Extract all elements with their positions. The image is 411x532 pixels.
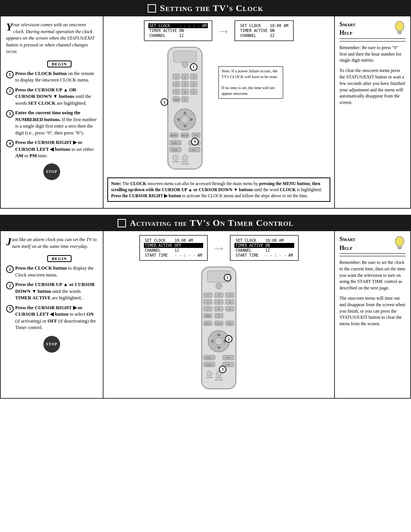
screen1-row1: SET CLOCK - - : - - AM	[148, 23, 208, 28]
svg-point-30	[181, 116, 189, 123]
screen2-row1: SET CLOCK 10:00 AM	[239, 23, 289, 28]
section2-left-panel: J ust like an alarm clock you can set th…	[1, 231, 104, 398]
svg-text:1: 1	[175, 75, 177, 78]
section1-begin-badge: BEGIN	[47, 61, 72, 67]
note-text2: If no time is set, the time will not app…	[221, 85, 280, 96]
s2-screens-arrow: →	[212, 240, 226, 256]
section2-header: Activating the TV's On Timer Control	[0, 215, 411, 231]
svg-text:MENU: MENU	[170, 134, 177, 137]
screen1-r2-value: ON	[178, 28, 208, 33]
svg-text:VOL +: VOL +	[172, 142, 179, 145]
step1-num: 1	[6, 71, 14, 78]
screen1-row3: CHANNEL 12	[148, 33, 208, 38]
section1-screen1: SET CLOCK - - : - - AM TIMER ACTIVE ON C…	[144, 20, 213, 41]
svg-text:MUTE: MUTE	[182, 134, 188, 137]
svg-rect-53	[398, 33, 401, 34]
lightbulb-icon	[393, 21, 406, 36]
svg-text:STATUS: STATUS	[215, 323, 222, 325]
s2-s1-r1-label: SET CLOCK	[144, 238, 174, 243]
svg-line-56	[404, 23, 405, 24]
svg-text:8: 8	[218, 308, 220, 311]
section1-screen2: SET CLOCK 10:00 AM TIMER ACTIVE ON CHANN…	[234, 20, 294, 41]
svg-text:CH -: CH -	[192, 149, 197, 152]
s2-s1-r4-label: START TIME	[144, 253, 174, 258]
svg-text:5: 5	[218, 301, 220, 304]
svg-text:2: 2	[184, 75, 186, 78]
s2-remote-step3-circle: 3	[219, 366, 226, 373]
step1-text: Press the CLOCK button on the remote to …	[15, 70, 97, 84]
svg-text:4: 4	[175, 83, 177, 86]
section2-step2: 2 Press the CURSOR UP ▲ or CURSOR DOWN ▼…	[6, 281, 97, 302]
section1-dropcap: Y	[6, 22, 13, 32]
svg-line-114	[394, 238, 395, 239]
svg-rect-112	[398, 248, 401, 249]
section2-middle: SET CLOCK 10:00 AM TIMER ACTIVE OFF CHAN…	[104, 231, 334, 398]
screen1-r3-value: 12	[178, 33, 208, 38]
section2-header-square	[118, 219, 126, 227]
step4-text: Press the CURSOR RIGHT ▶ or CURSOR LEFT …	[15, 139, 97, 160]
s2-screen2-row1: SET CLOCK 10:00 AM	[234, 238, 294, 243]
section2-step3: 3 Press the CURSOR RIGHT ▶ or CURSOR LEF…	[6, 305, 97, 331]
smart-help-p1: Remember: Be sure to press "0" first and…	[339, 45, 406, 64]
screen1-r3-label: CHANNEL	[148, 33, 178, 38]
svg-text:ADD: ADD	[205, 315, 210, 318]
svg-text:9: 9	[229, 308, 231, 311]
section1-intro: Y our television comes with an onscreen …	[6, 22, 97, 55]
section1-step3: 3 Enter the current time using the NUMBE…	[6, 110, 97, 136]
s2-smart-help-title-line1: Smart	[339, 235, 355, 243]
s2-screen2-row2: TIMER ACTIVE ON	[234, 243, 294, 248]
screen1-row2: TIMER ACTIVE ON	[148, 28, 208, 33]
section2-content: J ust like an alarm clock you can set th…	[0, 231, 411, 399]
note-text: Note: If a power failure occurs, the TV'…	[221, 69, 280, 80]
s2-screen2-row4: START TIME - - : - - AM	[234, 253, 294, 258]
step2-num: 2	[6, 87, 14, 95]
section1-note-box: Note: The CLOCK onscreen menu can also b…	[107, 177, 330, 202]
svg-point-45	[173, 155, 178, 160]
s2-step1-text: Press the CLOCK button to display the Cl…	[15, 265, 97, 278]
svg-text:4: 4	[207, 301, 209, 304]
section1-stop-badge: STOP	[43, 163, 60, 180]
section1-step2: 2 Press the CURSOR UP ▲ OR CURSOR DOWN ▼…	[6, 87, 97, 107]
section1-bottom-row: 1 3 4	[107, 43, 330, 174]
svg-point-95	[215, 337, 223, 345]
svg-text:0: 0	[184, 98, 186, 101]
s2-s1-r2-label: TIMER ACTIVE	[144, 243, 174, 248]
svg-text:VOL -: VOL -	[206, 363, 213, 366]
section2-right-panel: Smart Help Remember: Be sure to set	[334, 231, 410, 398]
section2-title: Activating the TV's On Timer Control	[130, 218, 293, 228]
svg-text:5: 5	[184, 83, 186, 86]
svg-text:3: 3	[193, 75, 194, 78]
s2-smart-help-p2: The onscreen menu will time out and disa…	[339, 295, 406, 327]
svg-line-115	[404, 238, 405, 239]
section1: Setting the TV's Clock Y our television …	[0, 0, 411, 209]
s2-s2-r3-label: CHANNEL	[234, 248, 264, 253]
screen2-r2-label: TIMER ACTIVE	[239, 28, 269, 33]
svg-text:0: 0	[218, 315, 220, 318]
s2-s1-r4-value: - - : - - AM	[174, 253, 203, 258]
s2-step3-num: 3	[6, 305, 14, 313]
section2-intro-text: ust like an alarm clock you can set the …	[12, 237, 97, 249]
screen2-row2: TIMER ACTIVE ON	[239, 28, 289, 33]
section1-screens-row: SET CLOCK - - : - - AM TIMER ACTIVE ON C…	[144, 20, 294, 41]
section2-smart-help-header: Smart Help	[339, 235, 406, 254]
screens-arrow: →	[216, 22, 231, 39]
screen2-mockup: SET CLOCK 10:00 AM TIMER ACTIVE ON CHANN…	[234, 20, 294, 41]
svg-text:9: 9	[193, 91, 194, 94]
s2-screen1-row3: CHANNEL 12	[144, 248, 204, 253]
section1-note-callout: Note: If a power failure occurs, the TV'…	[218, 66, 283, 99]
section2-dropcap: J	[6, 236, 11, 247]
section2-remote-svg: 1 2 3 4 5 6 7 8 9 ADD 0 MENU STATUS	[188, 263, 249, 393]
svg-text:SOUND: SOUND	[172, 161, 179, 163]
s2-s1-r1-value: 10:00 AM	[174, 238, 203, 243]
section2-step1: 1 Press the CLOCK button to display the …	[6, 265, 97, 278]
s2-s2-r1-value: 10:00 AM	[264, 238, 294, 243]
section2: Activating the TV's On Timer Control J u…	[0, 215, 411, 399]
svg-text:SMART: SMART	[216, 377, 222, 379]
svg-text:7: 7	[207, 308, 209, 311]
svg-text:CH -: CH -	[226, 363, 231, 366]
remote-step4-circle: 4	[191, 138, 199, 145]
smart-help-title-line1: Smart	[339, 20, 355, 29]
svg-text:ADD: ADD	[173, 98, 179, 101]
header-square-icon	[148, 4, 156, 13]
step2-text: Press the CURSOR UP ▲ OR CURSOR DOWN ▼ b…	[15, 87, 97, 107]
